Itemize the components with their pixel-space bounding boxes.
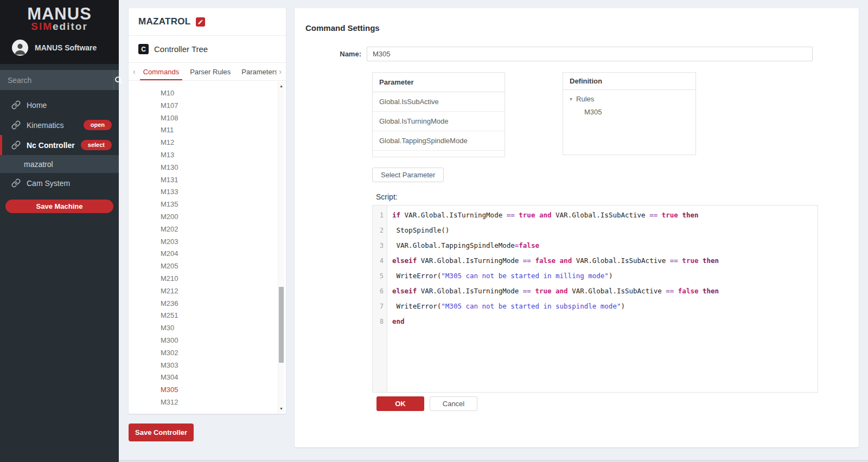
brand-name: MAZATROL — [138, 16, 191, 27]
scroll-up-icon[interactable]: ▲ — [278, 84, 284, 88]
tab-strip: CommandsParser RulesParametersVa — [138, 63, 277, 80]
command-item[interactable]: M11 — [129, 124, 286, 137]
parameter-row[interactable]: Global.IsTurningMode — [373, 112, 505, 131]
save-machine-button[interactable]: Save Machine — [5, 200, 113, 213]
command-item[interactable]: M200 — [129, 211, 286, 223]
parameter-table-empty-row — [373, 151, 505, 157]
sidebar-item-label: Home — [27, 101, 47, 110]
line-number: 7 — [373, 299, 387, 314]
controller-tree-card: MAZATROL C Controller Tree ‹ CommandsPar… — [129, 8, 286, 414]
save-controller-button[interactable]: Save Controller — [129, 424, 194, 441]
app-root: MANUS SIMeditor MANUS Software HomeKinem… — [0, 0, 868, 462]
name-label: Name: — [295, 50, 367, 58]
avatar — [12, 40, 28, 56]
command-item[interactable]: M203 — [129, 236, 286, 248]
pencil-icon — [197, 19, 203, 25]
user-name: MANUS Software — [35, 43, 97, 52]
cancel-button[interactable]: Cancel — [430, 396, 477, 411]
sidebar-item-label: Cam System — [27, 179, 70, 188]
command-item[interactable]: M13 — [129, 149, 286, 162]
parameter-definition-row: Parameter Global.IsSubActiveGlobal.IsTur… — [372, 72, 859, 157]
status-badge: select — [81, 140, 112, 150]
command-item[interactable]: M302 — [129, 347, 286, 360]
link-icon — [11, 178, 21, 188]
command-item[interactable]: M131 — [129, 174, 286, 187]
definition-tree-root[interactable]: ▾ Rules — [570, 95, 689, 103]
command-item[interactable]: M133 — [129, 186, 286, 198]
line-number: 4 — [373, 253, 387, 268]
logo-text-simeditor: SIMeditor — [0, 21, 119, 31]
command-item[interactable]: M108 — [129, 112, 286, 125]
parameter-table-header: Parameter — [373, 73, 505, 92]
command-name-input[interactable] — [367, 47, 813, 61]
tab-parameters[interactable]: Parameters — [236, 63, 277, 80]
command-item[interactable]: M202 — [129, 223, 286, 236]
tree-title-row: C Controller Tree — [129, 36, 286, 63]
command-item[interactable]: M236 — [129, 298, 286, 310]
scroll-thumb[interactable] — [279, 287, 284, 363]
command-item[interactable]: M130 — [129, 162, 286, 174]
link-icon — [11, 100, 21, 110]
sidebar-item-cam-system[interactable]: Cam System — [0, 173, 119, 193]
controller-brand-row: MAZATROL — [129, 8, 286, 36]
select-parameter-button[interactable]: Select Parameter — [372, 168, 444, 182]
command-item[interactable]: M305 — [129, 384, 286, 396]
command-item[interactable]: M212 — [129, 285, 286, 298]
sidebar-item-nc-controller[interactable]: Nc Controllerselect — [0, 135, 119, 155]
parameter-table: Parameter Global.IsSubActiveGlobal.IsTur… — [372, 72, 505, 157]
edit-icon[interactable] — [196, 17, 205, 27]
code-line: 7 WriteError("M305 can not be started in… — [373, 299, 818, 314]
sidebar-header: MANUS SIMeditor MANUS Software — [0, 0, 119, 64]
sidebar-item-home[interactable]: Home — [0, 95, 119, 115]
code-line: 1if VAR.Global.IsTurningMode == true and… — [373, 208, 818, 223]
tab-parser-rules[interactable]: Parser Rules — [184, 63, 236, 80]
ok-button[interactable]: OK — [376, 396, 424, 411]
command-item[interactable]: M304 — [129, 371, 286, 384]
code-text: StopSpindle() — [387, 223, 449, 238]
controller-icon: C — [138, 44, 149, 54]
parameter-row[interactable]: Global.TappingSpindleMode — [373, 131, 505, 151]
command-item[interactable]: M303 — [129, 360, 286, 372]
tab-commands[interactable]: Commands — [138, 63, 184, 80]
code-line: 2 StopSpindle() — [373, 223, 818, 238]
scroll-down-icon[interactable]: ▼ — [278, 407, 284, 410]
code-text: elseif VAR.Global.IsTurningMode == false… — [387, 253, 719, 268]
dialog-actions: OK Cancel — [376, 396, 859, 411]
command-item[interactable]: M12 — [129, 137, 286, 149]
definition-tree-item[interactable]: M305 — [570, 108, 689, 116]
page-title: Command Settings — [305, 23, 859, 33]
sidebar-nav: HomeKinematicsopenNc Controllerselectmaz… — [0, 95, 119, 193]
parameter-row[interactable]: Global.IsSubActive — [373, 92, 505, 112]
command-item[interactable]: M135 — [129, 198, 286, 211]
code-line: 8end — [373, 314, 818, 329]
command-item[interactable]: M210 — [129, 273, 286, 285]
app-logo: MANUS SIMeditor — [0, 5, 119, 31]
command-item[interactable]: M300 — [129, 335, 286, 347]
command-list-scrollbar[interactable]: ▲ ▼ — [278, 82, 284, 413]
command-item[interactable]: M107 — [129, 100, 286, 112]
definition-root-label: Rules — [576, 95, 594, 103]
definition-children: M305 — [570, 108, 689, 116]
tree-tabs: ‹ CommandsParser RulesParametersVa › — [129, 63, 286, 81]
search-input[interactable] — [0, 70, 113, 90]
search-button[interactable] — [113, 70, 123, 90]
logo-text-manus: MANUS — [0, 5, 119, 22]
sidebar-item-label: mazatrol — [24, 160, 53, 169]
sidebar-item-mazatrol[interactable]: mazatrol — [0, 155, 119, 173]
name-row: Name: — [295, 47, 859, 61]
sidebar-item-kinematics[interactable]: Kinematicsopen — [0, 115, 119, 135]
tabs-scroll-right-icon[interactable]: › — [277, 63, 284, 80]
command-item[interactable]: M312 — [129, 396, 286, 409]
tabs-scroll-left-icon[interactable]: ‹ — [131, 63, 138, 80]
code-text: if VAR.Global.IsTurningMode == true and … — [387, 208, 698, 223]
line-number: 5 — [373, 268, 387, 284]
command-item[interactable]: M30 — [129, 322, 286, 335]
command-list: ▲ ▼ M10M107M108M11M12M13M130M131M133M135… — [129, 81, 286, 414]
command-item[interactable]: M204 — [129, 248, 286, 260]
command-item[interactable]: M205 — [129, 260, 286, 273]
script-editor[interactable]: 1if VAR.Global.IsTurningMode == true and… — [372, 205, 818, 393]
definition-tree: ▾ Rules M305 — [563, 90, 695, 121]
command-item[interactable]: M10 — [129, 87, 286, 100]
command-item[interactable]: M251 — [129, 310, 286, 322]
link-icon — [11, 120, 21, 130]
